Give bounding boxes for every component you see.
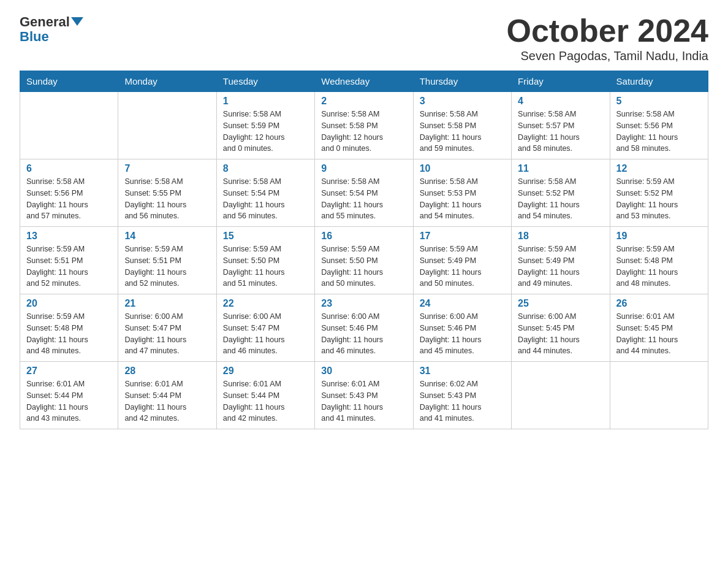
day-info: Sunrise: 6:00 AM Sunset: 5:46 PM Dayligh…: [321, 311, 406, 357]
day-number: 17: [420, 231, 505, 242]
day-info: Sunrise: 5:59 AM Sunset: 5:51 PM Dayligh…: [124, 243, 210, 289]
logo-blue: Blue: [20, 29, 49, 44]
day-info: Sunrise: 6:01 AM Sunset: 5:44 PM Dayligh…: [124, 378, 210, 424]
day-number: 20: [26, 298, 112, 309]
logo-text: GeneralBlue: [20, 15, 83, 44]
calendar-cell: 8Sunrise: 5:58 AM Sunset: 5:54 PM Daylig…: [216, 159, 314, 227]
day-info: Sunrise: 5:58 AM Sunset: 5:54 PM Dayligh…: [321, 176, 406, 222]
month-title: October 2024: [507, 15, 709, 47]
calendar-cell: 5Sunrise: 5:58 AM Sunset: 5:56 PM Daylig…: [610, 92, 708, 159]
calendar-week-row: 20Sunrise: 5:59 AM Sunset: 5:48 PM Dayli…: [20, 294, 708, 362]
day-number: 23: [321, 298, 406, 309]
calendar-cell: 24Sunrise: 6:00 AM Sunset: 5:46 PM Dayli…: [413, 294, 511, 362]
day-number: 15: [223, 231, 308, 242]
day-info: Sunrise: 6:00 AM Sunset: 5:45 PM Dayligh…: [518, 311, 603, 357]
day-info: Sunrise: 6:01 AM Sunset: 5:45 PM Dayligh…: [616, 311, 702, 357]
day-number: 19: [616, 231, 702, 242]
calendar-cell: 3Sunrise: 5:58 AM Sunset: 5:58 PM Daylig…: [413, 92, 511, 159]
calendar-cell: 13Sunrise: 5:59 AM Sunset: 5:51 PM Dayli…: [20, 227, 118, 294]
day-number: 2: [321, 96, 406, 107]
calendar-cell: [610, 362, 708, 429]
day-number: 25: [518, 298, 603, 309]
weekday-header-thursday: Thursday: [413, 71, 511, 92]
calendar-cell: 26Sunrise: 6:01 AM Sunset: 5:45 PM Dayli…: [610, 294, 708, 362]
day-info: Sunrise: 6:00 AM Sunset: 5:46 PM Dayligh…: [420, 311, 505, 357]
day-info: Sunrise: 5:59 AM Sunset: 5:49 PM Dayligh…: [518, 243, 603, 289]
day-number: 6: [26, 163, 112, 174]
calendar-cell: 6Sunrise: 5:58 AM Sunset: 5:56 PM Daylig…: [20, 159, 118, 227]
weekday-header-wednesday: Wednesday: [315, 71, 413, 92]
day-info: Sunrise: 6:01 AM Sunset: 5:43 PM Dayligh…: [321, 378, 406, 424]
calendar-cell: 11Sunrise: 5:58 AM Sunset: 5:52 PM Dayli…: [512, 159, 610, 227]
day-number: 7: [124, 163, 210, 174]
calendar-cell: 4Sunrise: 5:58 AM Sunset: 5:57 PM Daylig…: [512, 92, 610, 159]
day-info: Sunrise: 6:01 AM Sunset: 5:44 PM Dayligh…: [223, 378, 308, 424]
day-number: 1: [223, 96, 308, 107]
day-info: Sunrise: 6:00 AM Sunset: 5:47 PM Dayligh…: [124, 311, 210, 357]
day-number: 9: [321, 163, 406, 174]
weekday-header-row: SundayMondayTuesdayWednesdayThursdayFrid…: [20, 71, 708, 92]
day-number: 28: [124, 366, 210, 377]
calendar-cell: 14Sunrise: 5:59 AM Sunset: 5:51 PM Dayli…: [118, 227, 216, 294]
calendar-cell: 29Sunrise: 6:01 AM Sunset: 5:44 PM Dayli…: [216, 362, 314, 429]
day-number: 12: [616, 163, 702, 174]
logo: GeneralBlue: [20, 15, 83, 44]
day-number: 21: [124, 298, 210, 309]
day-info: Sunrise: 5:59 AM Sunset: 5:50 PM Dayligh…: [321, 243, 406, 289]
day-number: 24: [420, 298, 505, 309]
logo-triangle-icon: [71, 17, 83, 26]
day-number: 27: [26, 366, 112, 377]
day-info: Sunrise: 5:59 AM Sunset: 5:48 PM Dayligh…: [616, 243, 702, 289]
day-info: Sunrise: 6:00 AM Sunset: 5:47 PM Dayligh…: [223, 311, 308, 357]
calendar-cell: [512, 362, 610, 429]
calendar-cell: 12Sunrise: 5:59 AM Sunset: 5:52 PM Dayli…: [610, 159, 708, 227]
day-number: 14: [124, 231, 210, 242]
day-info: Sunrise: 6:01 AM Sunset: 5:44 PM Dayligh…: [26, 378, 112, 424]
day-info: Sunrise: 5:58 AM Sunset: 5:54 PM Dayligh…: [223, 176, 308, 222]
day-number: 26: [616, 298, 702, 309]
calendar-cell: 10Sunrise: 5:58 AM Sunset: 5:53 PM Dayli…: [413, 159, 511, 227]
calendar-cell: 21Sunrise: 6:00 AM Sunset: 5:47 PM Dayli…: [118, 294, 216, 362]
day-info: Sunrise: 5:59 AM Sunset: 5:52 PM Dayligh…: [616, 176, 702, 222]
day-number: 8: [223, 163, 308, 174]
location-subtitle: Seven Pagodas, Tamil Nadu, India: [507, 49, 709, 63]
calendar-cell: 2Sunrise: 5:58 AM Sunset: 5:58 PM Daylig…: [315, 92, 413, 159]
day-number: 22: [223, 298, 308, 309]
day-number: 3: [420, 96, 505, 107]
day-number: 29: [223, 366, 308, 377]
day-info: Sunrise: 5:58 AM Sunset: 5:57 PM Dayligh…: [518, 109, 603, 155]
calendar-week-row: 27Sunrise: 6:01 AM Sunset: 5:44 PM Dayli…: [20, 362, 708, 429]
calendar-cell: 19Sunrise: 5:59 AM Sunset: 5:48 PM Dayli…: [610, 227, 708, 294]
weekday-header-tuesday: Tuesday: [216, 71, 314, 92]
day-info: Sunrise: 5:59 AM Sunset: 5:49 PM Dayligh…: [420, 243, 505, 289]
day-number: 31: [420, 366, 505, 377]
calendar-week-row: 1Sunrise: 5:58 AM Sunset: 5:59 PM Daylig…: [20, 92, 708, 159]
day-info: Sunrise: 5:58 AM Sunset: 5:52 PM Dayligh…: [518, 176, 603, 222]
calendar-week-row: 13Sunrise: 5:59 AM Sunset: 5:51 PM Dayli…: [20, 227, 708, 294]
day-info: Sunrise: 6:02 AM Sunset: 5:43 PM Dayligh…: [420, 378, 505, 424]
calendar-cell: 22Sunrise: 6:00 AM Sunset: 5:47 PM Dayli…: [216, 294, 314, 362]
day-number: 18: [518, 231, 603, 242]
day-number: 4: [518, 96, 603, 107]
calendar-cell: 17Sunrise: 5:59 AM Sunset: 5:49 PM Dayli…: [413, 227, 511, 294]
day-number: 5: [616, 96, 702, 107]
calendar-cell: 20Sunrise: 5:59 AM Sunset: 5:48 PM Dayli…: [20, 294, 118, 362]
day-info: Sunrise: 5:58 AM Sunset: 5:56 PM Dayligh…: [616, 109, 702, 155]
calendar-cell: 23Sunrise: 6:00 AM Sunset: 5:46 PM Dayli…: [315, 294, 413, 362]
day-number: 13: [26, 231, 112, 242]
calendar-cell: [118, 92, 216, 159]
weekday-header-sunday: Sunday: [20, 71, 118, 92]
calendar-cell: 28Sunrise: 6:01 AM Sunset: 5:44 PM Dayli…: [118, 362, 216, 429]
weekday-header-saturday: Saturday: [610, 71, 708, 92]
page-header: GeneralBlue October 2024 Seven Pagodas, …: [20, 15, 708, 63]
calendar-cell: 25Sunrise: 6:00 AM Sunset: 5:45 PM Dayli…: [512, 294, 610, 362]
day-number: 11: [518, 163, 603, 174]
calendar-cell: 31Sunrise: 6:02 AM Sunset: 5:43 PM Dayli…: [413, 362, 511, 429]
weekday-header-monday: Monday: [118, 71, 216, 92]
day-info: Sunrise: 5:58 AM Sunset: 5:58 PM Dayligh…: [420, 109, 505, 155]
calendar-table: SundayMondayTuesdayWednesdayThursdayFrid…: [20, 71, 708, 429]
calendar-cell: 27Sunrise: 6:01 AM Sunset: 5:44 PM Dayli…: [20, 362, 118, 429]
day-info: Sunrise: 5:58 AM Sunset: 5:55 PM Dayligh…: [124, 176, 210, 222]
calendar-cell: 9Sunrise: 5:58 AM Sunset: 5:54 PM Daylig…: [315, 159, 413, 227]
title-area: October 2024 Seven Pagodas, Tamil Nadu, …: [507, 15, 709, 63]
